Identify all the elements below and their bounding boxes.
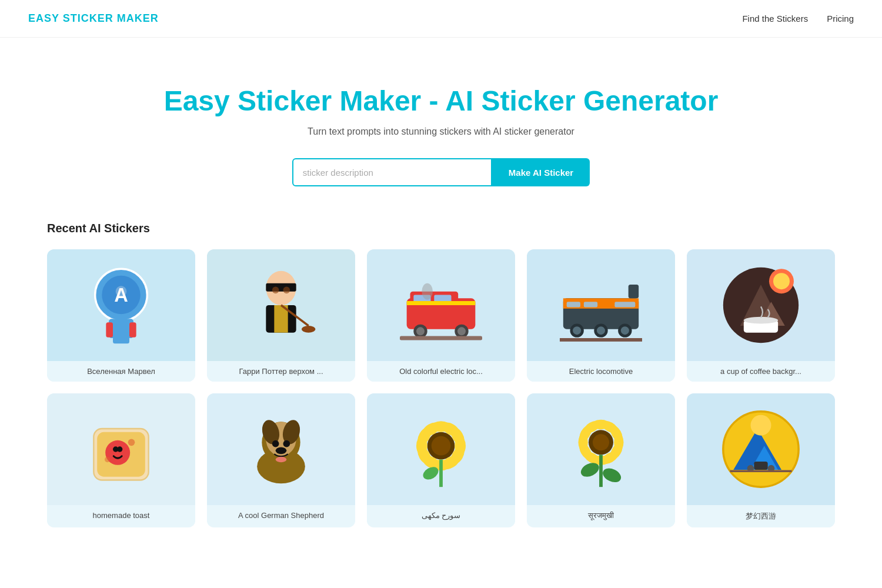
- svg-rect-100: [754, 462, 767, 470]
- sticker-image-area: [527, 249, 675, 361]
- svg-rect-25: [407, 301, 476, 305]
- svg-rect-39: [629, 285, 639, 298]
- sticker-image-area: [207, 249, 355, 361]
- svg-rect-31: [614, 302, 635, 307]
- sticker-card[interactable]: Electric locomotive: [527, 249, 675, 382]
- svg-point-37: [621, 326, 629, 335]
- svg-rect-29: [567, 302, 580, 307]
- sticker-label: Electric locomotive: [527, 361, 675, 382]
- svg-rect-30: [584, 302, 597, 307]
- site-logo: EASY STICKER MAKER: [28, 12, 159, 25]
- sticker-label: सूरजमुखी: [527, 505, 675, 526]
- sticker-image-area: [47, 393, 195, 505]
- svg-point-80: [593, 434, 609, 450]
- make-sticker-button[interactable]: Make AI Sticker: [492, 158, 590, 186]
- sticker-card[interactable]: Гарри Поттер верхом ...: [207, 249, 355, 382]
- sticker-label: Гарри Поттер верхом ...: [207, 361, 355, 382]
- sticker-card[interactable]: Old colorful electric loc...: [367, 249, 515, 382]
- sticker-label: Вселенная Марвел: [47, 361, 195, 382]
- sticker-card[interactable]: A Вселенная Марвел: [47, 249, 195, 382]
- sticker-image-area: [687, 249, 835, 361]
- sticker-description-input[interactable]: [292, 158, 492, 186]
- sticker-image-area: [367, 393, 515, 505]
- svg-point-10: [272, 287, 279, 294]
- svg-point-7: [116, 286, 127, 297]
- sticker-card[interactable]: a cup of coffee backgr...: [687, 249, 835, 382]
- sticker-image-area: A: [47, 249, 195, 361]
- nav-find-stickers[interactable]: Find the Stickers: [742, 14, 808, 24]
- sticker-card[interactable]: A cool German Shepherd: [207, 393, 355, 527]
- sticker-card[interactable]: homemade toast: [47, 393, 195, 527]
- recent-stickers-section: Recent AI Stickers A Вселенная Марвел Га…: [0, 222, 882, 563]
- sticker-label: A cool German Shepherd: [207, 505, 355, 526]
- svg-point-35: [597, 326, 605, 335]
- sticker-image-area: [687, 393, 835, 505]
- sticker-label: homemade toast: [47, 505, 195, 526]
- sticker-label: Old colorful electric loc...: [367, 361, 515, 382]
- svg-rect-9: [266, 283, 296, 292]
- svg-rect-24: [400, 336, 482, 340]
- hero-section: Easy Sticker Maker - AI Sticker Generato…: [0, 38, 882, 222]
- svg-point-62: [276, 457, 287, 462]
- svg-point-59: [272, 440, 279, 447]
- svg-point-53: [105, 457, 110, 462]
- svg-point-61: [276, 447, 287, 455]
- svg-rect-4: [106, 322, 113, 338]
- recent-section-title: Recent AI Stickers: [47, 222, 835, 235]
- sticker-label: a cup of coffee backgr...: [687, 361, 835, 382]
- svg-point-95: [600, 466, 623, 485]
- sticker-card[interactable]: سورح مکهی: [367, 393, 515, 527]
- navbar: EASY STICKER MAKER Find the Stickers Pri…: [0, 0, 882, 38]
- svg-point-26: [422, 283, 433, 300]
- svg-point-64: [432, 436, 451, 456]
- svg-point-60: [283, 440, 290, 447]
- svg-rect-5: [129, 322, 136, 338]
- svg-point-51: [117, 446, 122, 452]
- nav-pricing[interactable]: Pricing: [827, 14, 854, 24]
- svg-point-44: [773, 273, 790, 289]
- svg-point-99: [751, 415, 771, 436]
- svg-point-23: [457, 327, 466, 335]
- stickers-grid: A Вселенная Марвел Гарри Поттер верхом .…: [47, 249, 835, 527]
- sticker-image-area: [207, 393, 355, 505]
- svg-point-21: [416, 327, 425, 335]
- svg-point-33: [573, 326, 581, 335]
- hero-subtitle: Turn text prompts into stunning stickers…: [12, 126, 870, 137]
- hero-title: Easy Sticker Maker - AI Sticker Generato…: [12, 85, 870, 117]
- nav-links: Find the Stickers Pricing: [742, 14, 854, 24]
- sticker-label: 梦幻西游: [687, 505, 835, 527]
- svg-point-52: [128, 439, 135, 446]
- sticker-image-area: [527, 393, 675, 505]
- sticker-image-area: [367, 249, 515, 361]
- svg-point-46: [744, 317, 778, 324]
- svg-rect-38: [560, 338, 642, 342]
- svg-point-15: [302, 326, 315, 333]
- sticker-label: سورح مکهی: [367, 505, 515, 526]
- sticker-card[interactable]: सूरजमुखी: [527, 393, 675, 527]
- sticker-form: Make AI Sticker: [12, 158, 870, 186]
- svg-rect-6: [113, 337, 129, 344]
- svg-point-11: [283, 287, 290, 294]
- sticker-card[interactable]: 梦幻西游: [687, 393, 835, 527]
